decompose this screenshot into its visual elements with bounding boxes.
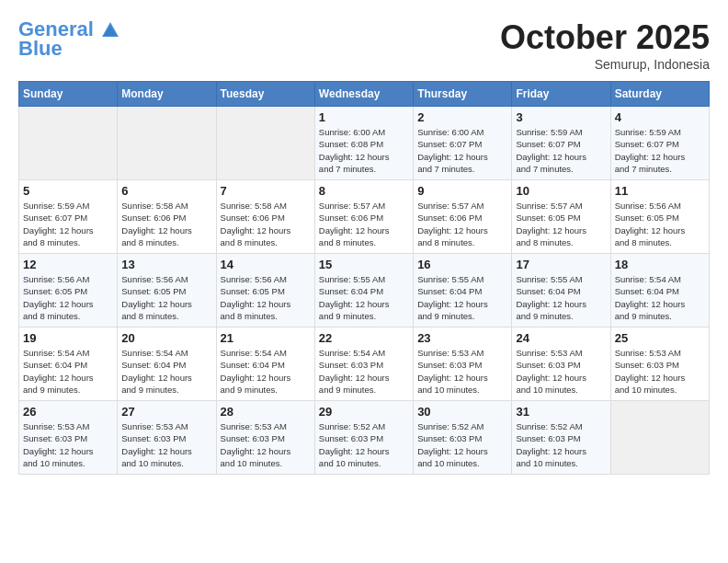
calendar-week-3: 12Sunrise: 5:56 AMSunset: 6:05 PMDayligh… xyxy=(19,254,710,327)
weekday-header-tuesday: Tuesday xyxy=(216,82,314,107)
day-info: Sunrise: 5:54 AMSunset: 6:03 PMDaylight:… xyxy=(319,347,409,396)
calendar-cell: 13Sunrise: 5:56 AMSunset: 6:05 PMDayligh… xyxy=(118,254,216,327)
calendar-cell: 7Sunrise: 5:58 AMSunset: 6:06 PMDaylight… xyxy=(216,180,314,254)
weekday-header-monday: Monday xyxy=(118,82,216,107)
location-subtitle: Semurup, Indonesia xyxy=(500,57,710,72)
calendar-cell: 18Sunrise: 5:54 AMSunset: 6:04 PMDayligh… xyxy=(610,254,709,327)
title-block: October 2025 Semurup, Indonesia xyxy=(500,18,710,72)
day-info: Sunrise: 5:56 AMSunset: 6:05 PMDaylight:… xyxy=(221,273,311,322)
calendar-cell: 27Sunrise: 5:53 AMSunset: 6:03 PMDayligh… xyxy=(118,401,216,475)
calendar-cell xyxy=(19,107,118,180)
day-number: 4 xyxy=(615,110,705,124)
day-number: 17 xyxy=(516,258,606,271)
day-info: Sunrise: 5:52 AMSunset: 6:03 PMDaylight:… xyxy=(516,420,606,469)
day-number: 3 xyxy=(516,110,606,124)
calendar-cell: 31Sunrise: 5:52 AMSunset: 6:03 PMDayligh… xyxy=(512,401,610,475)
calendar-cell: 30Sunrise: 5:52 AMSunset: 6:03 PMDayligh… xyxy=(414,401,512,475)
calendar-week-1: 1Sunrise: 6:00 AMSunset: 6:08 PMDaylight… xyxy=(19,107,710,180)
calendar-cell: 1Sunrise: 6:00 AMSunset: 6:08 PMDaylight… xyxy=(314,107,413,180)
day-info: Sunrise: 5:55 AMSunset: 6:04 PMDaylight:… xyxy=(516,273,606,322)
day-number: 16 xyxy=(417,258,507,271)
weekday-header-saturday: Saturday xyxy=(610,82,709,107)
calendar-cell: 2Sunrise: 6:00 AMSunset: 6:07 PMDaylight… xyxy=(414,107,512,180)
day-number: 5 xyxy=(23,184,113,198)
calendar-cell: 10Sunrise: 5:57 AMSunset: 6:05 PMDayligh… xyxy=(512,180,610,254)
calendar-cell: 16Sunrise: 5:55 AMSunset: 6:04 PMDayligh… xyxy=(414,254,512,327)
calendar-cell: 15Sunrise: 5:55 AMSunset: 6:04 PMDayligh… xyxy=(314,254,413,327)
day-number: 25 xyxy=(615,331,705,345)
calendar-body: 1Sunrise: 6:00 AMSunset: 6:08 PMDaylight… xyxy=(19,107,710,475)
day-info: Sunrise: 5:55 AMSunset: 6:04 PMDaylight:… xyxy=(417,273,507,322)
day-number: 14 xyxy=(221,258,311,271)
day-number: 15 xyxy=(319,258,409,271)
day-number: 7 xyxy=(221,184,311,198)
day-info: Sunrise: 5:54 AMSunset: 6:04 PMDaylight:… xyxy=(121,347,211,396)
day-info: Sunrise: 5:54 AMSunset: 6:04 PMDaylight:… xyxy=(23,347,113,396)
day-number: 30 xyxy=(417,405,507,419)
day-number: 10 xyxy=(516,184,606,198)
weekday-header-sunday: Sunday xyxy=(19,82,118,107)
calendar-cell: 23Sunrise: 5:53 AMSunset: 6:03 PMDayligh… xyxy=(414,327,512,401)
day-number: 12 xyxy=(23,258,113,271)
day-number: 20 xyxy=(121,331,211,345)
day-info: Sunrise: 5:52 AMSunset: 6:03 PMDaylight:… xyxy=(319,420,409,469)
day-info: Sunrise: 5:53 AMSunset: 6:03 PMDaylight:… xyxy=(121,420,211,469)
day-info: Sunrise: 5:54 AMSunset: 6:04 PMDaylight:… xyxy=(615,273,705,322)
calendar-cell: 6Sunrise: 5:58 AMSunset: 6:06 PMDaylight… xyxy=(118,180,216,254)
day-info: Sunrise: 5:54 AMSunset: 6:04 PMDaylight:… xyxy=(221,347,311,396)
day-info: Sunrise: 5:59 AMSunset: 6:07 PMDaylight:… xyxy=(615,126,705,175)
calendar-cell: 12Sunrise: 5:56 AMSunset: 6:05 PMDayligh… xyxy=(19,254,118,327)
logo: General Blue xyxy=(18,18,121,61)
day-info: Sunrise: 5:53 AMSunset: 6:03 PMDaylight:… xyxy=(516,347,606,396)
calendar-cell: 11Sunrise: 5:56 AMSunset: 6:05 PMDayligh… xyxy=(610,180,709,254)
day-info: Sunrise: 6:00 AMSunset: 6:07 PMDaylight:… xyxy=(417,126,507,175)
day-info: Sunrise: 5:53 AMSunset: 6:03 PMDaylight:… xyxy=(417,347,507,396)
calendar-cell: 8Sunrise: 5:57 AMSunset: 6:06 PMDaylight… xyxy=(314,180,413,254)
calendar-cell xyxy=(216,107,314,180)
day-info: Sunrise: 5:58 AMSunset: 6:06 PMDaylight:… xyxy=(221,200,311,248)
calendar-cell: 14Sunrise: 5:56 AMSunset: 6:05 PMDayligh… xyxy=(216,254,314,327)
day-number: 22 xyxy=(319,331,409,345)
calendar-cell xyxy=(610,401,709,475)
calendar-cell: 29Sunrise: 5:52 AMSunset: 6:03 PMDayligh… xyxy=(314,401,413,475)
calendar-cell: 5Sunrise: 5:59 AMSunset: 6:07 PMDaylight… xyxy=(19,180,118,254)
day-info: Sunrise: 5:58 AMSunset: 6:06 PMDaylight:… xyxy=(121,200,211,248)
day-info: Sunrise: 5:57 AMSunset: 6:06 PMDaylight:… xyxy=(319,200,409,248)
weekday-header-thursday: Thursday xyxy=(414,82,512,107)
day-number: 18 xyxy=(615,258,705,271)
day-number: 27 xyxy=(121,405,211,419)
day-info: Sunrise: 5:57 AMSunset: 6:06 PMDaylight:… xyxy=(417,200,507,248)
calendar-cell: 19Sunrise: 5:54 AMSunset: 6:04 PMDayligh… xyxy=(19,327,118,401)
day-number: 8 xyxy=(319,184,409,198)
day-info: Sunrise: 6:00 AMSunset: 6:08 PMDaylight:… xyxy=(319,126,409,175)
calendar-week-5: 26Sunrise: 5:53 AMSunset: 6:03 PMDayligh… xyxy=(19,401,710,475)
calendar-cell: 28Sunrise: 5:53 AMSunset: 6:03 PMDayligh… xyxy=(216,401,314,475)
calendar-cell: 22Sunrise: 5:54 AMSunset: 6:03 PMDayligh… xyxy=(314,327,413,401)
calendar-cell: 24Sunrise: 5:53 AMSunset: 6:03 PMDayligh… xyxy=(512,327,610,401)
calendar-header-row: SundayMondayTuesdayWednesdayThursdayFrid… xyxy=(19,82,710,107)
calendar-week-2: 5Sunrise: 5:59 AMSunset: 6:07 PMDaylight… xyxy=(19,180,710,254)
calendar-cell xyxy=(118,107,216,180)
calendar-cell: 20Sunrise: 5:54 AMSunset: 6:04 PMDayligh… xyxy=(118,327,216,401)
calendar-cell: 4Sunrise: 5:59 AMSunset: 6:07 PMDaylight… xyxy=(610,107,709,180)
day-number: 24 xyxy=(516,331,606,345)
day-number: 19 xyxy=(23,331,113,345)
calendar-cell: 9Sunrise: 5:57 AMSunset: 6:06 PMDaylight… xyxy=(414,180,512,254)
logo-icon xyxy=(100,20,120,40)
calendar-cell: 17Sunrise: 5:55 AMSunset: 6:04 PMDayligh… xyxy=(512,254,610,327)
day-number: 11 xyxy=(615,184,705,198)
day-number: 1 xyxy=(319,110,409,124)
page-header: General Blue October 2025 Semurup, Indon… xyxy=(18,18,710,72)
day-number: 6 xyxy=(121,184,211,198)
day-info: Sunrise: 5:53 AMSunset: 6:03 PMDaylight:… xyxy=(23,420,113,469)
day-number: 26 xyxy=(23,405,113,419)
month-title: October 2025 xyxy=(500,18,710,57)
day-number: 13 xyxy=(121,258,211,271)
weekday-header-friday: Friday xyxy=(512,82,610,107)
day-number: 2 xyxy=(417,110,507,124)
day-info: Sunrise: 5:56 AMSunset: 6:05 PMDaylight:… xyxy=(121,273,211,322)
calendar-table: SundayMondayTuesdayWednesdayThursdayFrid… xyxy=(18,81,710,475)
day-info: Sunrise: 5:56 AMSunset: 6:05 PMDaylight:… xyxy=(23,273,113,322)
day-number: 21 xyxy=(221,331,311,345)
calendar-cell: 21Sunrise: 5:54 AMSunset: 6:04 PMDayligh… xyxy=(216,327,314,401)
